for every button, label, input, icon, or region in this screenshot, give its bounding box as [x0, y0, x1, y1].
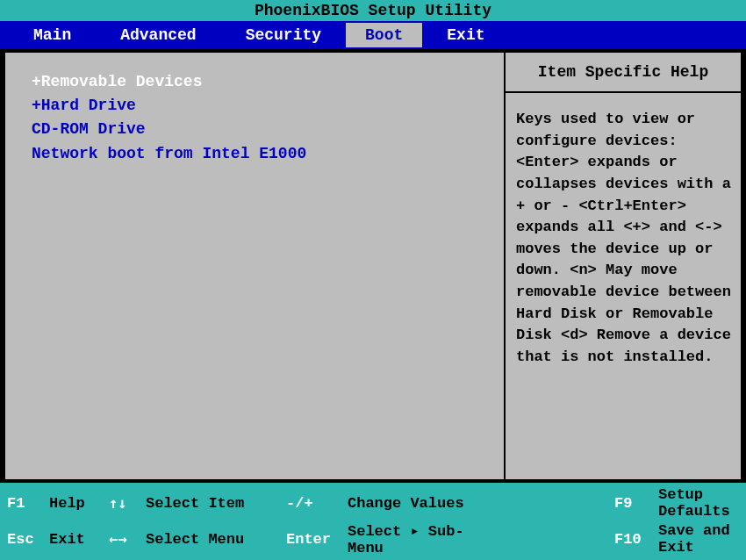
- title-bar: PhoenixBIOS Setup Utility: [0, 0, 746, 21]
- f10-key: F10: [614, 531, 658, 548]
- updown-key: ↑↓: [109, 494, 146, 512]
- tab-main[interactable]: Main: [9, 23, 96, 47]
- enter-action: Select ▸ Sub-Menu: [348, 521, 499, 556]
- help-content: Keys used to view or configure devices: …: [506, 93, 741, 377]
- bios-container: PhoenixBIOS Setup Utility Main Advanced …: [0, 0, 746, 560]
- esc-key: Esc: [7, 531, 49, 548]
- tab-bar: Main Advanced Security Boot Exit: [0, 21, 746, 49]
- esc-action: Exit: [49, 531, 109, 548]
- updown-action: Select Item: [146, 495, 286, 512]
- f9-key: F9: [614, 495, 658, 512]
- boot-item-harddrive[interactable]: +Hard Drive: [32, 94, 495, 118]
- f9-action: Setup Defaults: [658, 486, 739, 520]
- plusminus-action: Change Values: [348, 495, 499, 512]
- tab-advanced[interactable]: Advanced: [96, 23, 220, 47]
- enter-key: Enter: [286, 531, 348, 548]
- tab-boot[interactable]: Boot: [346, 23, 422, 47]
- leftright-key: ←→: [109, 530, 146, 548]
- boot-item-network[interactable]: Network boot from Intel E1000: [32, 142, 495, 166]
- tab-security[interactable]: Security: [221, 23, 346, 47]
- plusminus-key: -/+: [286, 495, 348, 512]
- f10-action: Save and Exit: [658, 522, 739, 556]
- help-title: Item Specific Help: [506, 53, 741, 93]
- f1-key: F1: [7, 495, 49, 512]
- main-area: +Removable Devices +Hard Drive CD-ROM Dr…: [4, 51, 742, 481]
- boot-item-removable[interactable]: +Removable Devices: [32, 70, 495, 94]
- boot-order-panel: +Removable Devices +Hard Drive CD-ROM Dr…: [5, 53, 506, 479]
- footer-bar: F1 Help ↑↓ Select Item -/+ Change Values…: [0, 483, 746, 560]
- help-panel: Item Specific Help Keys used to view or …: [506, 53, 741, 479]
- leftright-action: Select Menu: [146, 531, 286, 548]
- boot-item-cdrom[interactable]: CD-ROM Drive: [32, 118, 495, 141]
- f1-action: Help: [49, 495, 109, 512]
- tab-exit[interactable]: Exit: [422, 23, 509, 47]
